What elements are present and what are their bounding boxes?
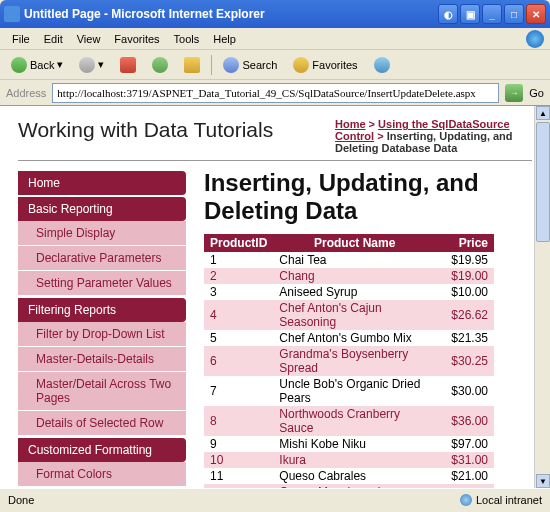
col-productname: Product Name xyxy=(273,234,436,252)
home-icon xyxy=(184,57,200,73)
table-row: 9Mishi Kobe Niku$97.00 xyxy=(204,436,494,452)
stop-icon xyxy=(120,57,136,73)
scroll-thumb[interactable] xyxy=(536,122,550,242)
window-title: Untitled Page - Microsoft Internet Explo… xyxy=(24,7,438,21)
zone-text: Local intranet xyxy=(476,494,542,506)
status-bar: Done Local intranet xyxy=(0,488,550,510)
theme-button-2[interactable]: ▣ xyxy=(460,4,480,24)
minimize-button[interactable]: _ xyxy=(482,4,502,24)
nav-item[interactable]: Master/Detail Across Two Pages xyxy=(18,372,186,411)
maximize-button[interactable]: □ xyxy=(504,4,524,24)
media-icon xyxy=(374,57,390,73)
nav-home[interactable]: Home xyxy=(18,171,186,195)
go-label: Go xyxy=(529,87,544,99)
menubar: File Edit View Favorites Tools Help xyxy=(0,28,550,50)
nav-item[interactable]: Setting Parameter Values xyxy=(18,271,186,296)
titlebar: Untitled Page - Microsoft Internet Explo… xyxy=(0,0,550,28)
separator xyxy=(211,55,212,75)
sidebar: Home Basic Reporting Simple DisplayDecla… xyxy=(18,169,186,488)
menu-tools[interactable]: Tools xyxy=(168,31,206,47)
table-row: 5Chef Anton's Gumbo Mix$21.35 xyxy=(204,330,494,346)
forward-button[interactable]: ▾ xyxy=(74,55,109,75)
divider xyxy=(18,160,532,161)
menu-view[interactable]: View xyxy=(71,31,107,47)
nav-basic-reporting[interactable]: Basic Reporting xyxy=(18,197,186,221)
ie-app-icon xyxy=(4,6,20,22)
vertical-scrollbar[interactable]: ▲ ▼ xyxy=(534,106,550,488)
table-row: 6Grandma's Boysenberry Spread$30.25 xyxy=(204,346,494,376)
scroll-down-icon[interactable]: ▼ xyxy=(536,474,550,488)
table-row: 7Uncle Bob's Organic Dried Pears$30.00 xyxy=(204,376,494,406)
content-heading: Inserting, Updating, and Deleting Data xyxy=(204,169,532,224)
stop-button[interactable] xyxy=(115,55,141,75)
back-button[interactable]: Back ▾ xyxy=(6,55,68,75)
home-button[interactable] xyxy=(179,55,205,75)
table-row: 10Ikura$31.00 xyxy=(204,452,494,468)
table-row: 4Chef Anton's Cajun Seasoning$26.62 xyxy=(204,300,494,330)
address-bar: Address → Go xyxy=(0,80,550,106)
nav-item[interactable]: Master-Details-Details xyxy=(18,347,186,372)
nav-item[interactable]: Simple Display xyxy=(18,221,186,246)
forward-icon xyxy=(79,57,95,73)
table-row: 12Queso Manchego La Pastora$38.00 xyxy=(204,484,494,488)
status-text: Done xyxy=(8,494,34,506)
go-button[interactable]: → xyxy=(505,84,523,102)
table-row: 8Northwoods Cranberry Sauce$36.00 xyxy=(204,406,494,436)
nav-filtering-reports[interactable]: Filtering Reports xyxy=(18,298,186,322)
address-input[interactable] xyxy=(52,83,499,103)
favorites-button[interactable]: Favorites xyxy=(288,55,362,75)
product-grid: ProductID Product Name Price 1Chai Tea$1… xyxy=(204,234,494,488)
scroll-up-icon[interactable]: ▲ xyxy=(536,106,550,120)
theme-button-1[interactable]: ◐ xyxy=(438,4,458,24)
close-button[interactable]: ✕ xyxy=(526,4,546,24)
menu-file[interactable]: File xyxy=(6,31,36,47)
table-row: 2Chang$19.00 xyxy=(204,268,494,284)
menu-favorites[interactable]: Favorites xyxy=(108,31,165,47)
table-row: 11Queso Cabrales$21.00 xyxy=(204,468,494,484)
page-content: ▲ ▼ Working with Data Tutorials Home > U… xyxy=(0,106,550,488)
ie-logo-icon xyxy=(526,30,544,48)
back-icon xyxy=(11,57,27,73)
nav-item[interactable]: Format Colors xyxy=(18,462,186,487)
col-price: Price xyxy=(436,234,494,252)
nav-item[interactable]: Filter by Drop-Down List xyxy=(18,322,186,347)
refresh-icon xyxy=(152,57,168,73)
col-productid: ProductID xyxy=(204,234,273,252)
refresh-button[interactable] xyxy=(147,55,173,75)
toolbar: Back ▾ ▾ Search Favorites xyxy=(0,50,550,80)
breadcrumb: Home > Using the SqlDataSource Control >… xyxy=(335,118,520,154)
table-row: 3Aniseed Syrup$10.00 xyxy=(204,284,494,300)
search-button[interactable]: Search xyxy=(218,55,282,75)
nav-item[interactable]: Details of Selected Row xyxy=(18,411,186,436)
breadcrumb-home[interactable]: Home xyxy=(335,118,366,130)
zone-icon xyxy=(460,494,472,506)
nav-item[interactable]: Declarative Parameters xyxy=(18,246,186,271)
nav-customized-formatting[interactable]: Customized Formatting xyxy=(18,438,186,462)
search-icon xyxy=(223,57,239,73)
address-label: Address xyxy=(6,87,46,99)
media-button[interactable] xyxy=(369,55,395,75)
table-row: 1Chai Tea$19.95 xyxy=(204,252,494,268)
menu-edit[interactable]: Edit xyxy=(38,31,69,47)
star-icon xyxy=(293,57,309,73)
menu-help[interactable]: Help xyxy=(207,31,242,47)
main: Inserting, Updating, and Deleting Data P… xyxy=(204,169,532,488)
